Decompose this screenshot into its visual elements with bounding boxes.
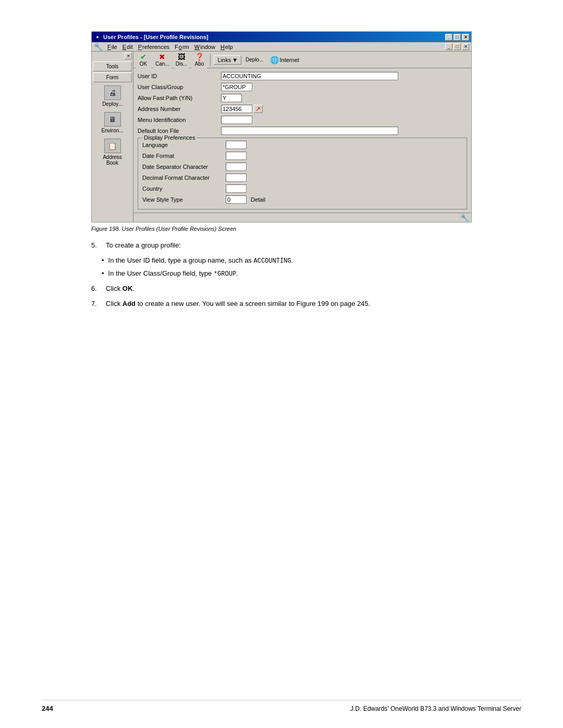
- deploy-icon: 🖨: [104, 85, 121, 100]
- user-class-input[interactable]: [221, 83, 252, 91]
- sub-minimize-button[interactable]: _: [445, 43, 452, 50]
- step-5: 5. To create a group profile:: [91, 240, 472, 251]
- group-code: *GROUP: [214, 270, 236, 278]
- step-5-text: To create a group profile:: [106, 240, 181, 251]
- view-style-input[interactable]: [226, 195, 247, 204]
- bullet-1: • In the User ID field, type a group nam…: [102, 255, 472, 266]
- form-area: User ID User Class/Group Allow Fast Path…: [133, 68, 471, 213]
- user-class-row: User Class/Group: [138, 82, 467, 92]
- language-input[interactable]: [226, 141, 247, 149]
- environ-label: Environ...: [101, 128, 123, 133]
- bullet-list: • In the User ID field, type a group nam…: [102, 255, 472, 279]
- menu-window[interactable]: Window: [192, 43, 217, 51]
- ok-bold: OK: [123, 285, 133, 292]
- country-row: Country: [142, 184, 462, 193]
- deploy-label: Deploy...: [102, 101, 123, 107]
- sub-restore-button[interactable]: □: [454, 43, 461, 50]
- menu-id-input[interactable]: [221, 116, 252, 124]
- close-button[interactable]: ✕: [462, 34, 469, 41]
- right-content: ✔ OK ✖ Can... 🖼 Dis... ❓ Abo: [133, 52, 471, 222]
- window-title: User Profiles - [User Profile Revisions]: [103, 34, 209, 40]
- decimal-format-input[interactable]: [226, 174, 247, 182]
- menu-form[interactable]: Form: [173, 43, 191, 51]
- display-preferences-section: Display Preferences Language Date Format: [138, 138, 467, 209]
- address-number-input[interactable]: [221, 105, 252, 113]
- internet-button[interactable]: 🌐 Internet: [268, 55, 301, 65]
- sidebar-form-button[interactable]: Form: [93, 72, 132, 82]
- view-style-label: View Style Type: [142, 196, 226, 203]
- menu-id-label: Menu Identification: [138, 117, 221, 123]
- fast-path-row: Allow Fast Path (Y/N): [138, 93, 467, 103]
- bullet-dot-1: •: [102, 255, 104, 266]
- address-row: ↗: [221, 105, 263, 113]
- address-book-icon: 📋: [104, 139, 121, 153]
- sidebar-close-bar: ✕: [93, 53, 132, 59]
- title-bar: ● User Profiles - [User Profile Revision…: [92, 32, 471, 42]
- user-id-input[interactable]: [221, 72, 398, 80]
- sub-close-button[interactable]: ✕: [462, 43, 469, 50]
- fast-path-label: Allow Fast Path (Y/N): [138, 95, 221, 101]
- menu-preferences[interactable]: Preferences: [136, 43, 172, 51]
- deploy-toolbar-button[interactable]: Deplo...: [243, 55, 265, 64]
- step-5-number: 5.: [91, 240, 102, 251]
- screenshot-container: ● User Profiles - [User Profile Revision…: [91, 31, 472, 223]
- toolbar-separator: [210, 54, 211, 66]
- date-sep-input[interactable]: [226, 163, 247, 171]
- decimal-format-label: Decimal Format Character: [142, 175, 226, 181]
- zoom-button[interactable]: ↗: [253, 105, 263, 113]
- menu-file[interactable]: File: [105, 43, 119, 51]
- user-id-row: User ID: [138, 71, 467, 81]
- address-number-label: Address Number: [138, 106, 221, 112]
- display-icon: 🖼: [178, 53, 185, 60]
- menu-bar: 🔧 File Edit Preferences Form Window Help…: [92, 42, 471, 52]
- links-label: Links: [217, 57, 231, 63]
- date-format-input[interactable]: [226, 152, 247, 160]
- sidebar-close-btn[interactable]: ✕: [125, 53, 132, 59]
- maximize-button[interactable]: □: [454, 34, 461, 41]
- cancel-button[interactable]: ✖ Can...: [153, 52, 172, 68]
- step-7: 7. Click Add to create a new user. You w…: [91, 299, 472, 310]
- menu-edit[interactable]: Edit: [120, 43, 135, 51]
- ok-icon: ✔: [140, 53, 146, 60]
- country-input[interactable]: [226, 184, 247, 193]
- menu-id-row: Menu Identification: [138, 115, 467, 125]
- bullet-2-text: In the User Class/Group field, type *GRO…: [108, 268, 238, 279]
- icon-file-input[interactable]: [221, 127, 398, 135]
- address-number-row: Address Number ↗: [138, 104, 467, 114]
- fast-path-input[interactable]: [221, 94, 242, 102]
- internet-label: Internet: [280, 57, 299, 63]
- footer-description: J.D. Edwards' OneWorld B73.3 and Windows…: [350, 705, 521, 712]
- sidebar-environ-button[interactable]: 🖥 Environ...: [93, 110, 132, 135]
- status-bar: 🔧: [133, 213, 471, 222]
- step-6-text: Click OK.: [106, 283, 134, 294]
- address-book-label: AddressBook: [103, 154, 122, 166]
- deploy-toolbar-label: Deplo...: [246, 57, 263, 63]
- about-label: Abo: [195, 61, 204, 67]
- status-icon: 🔧: [460, 214, 469, 222]
- window-controls[interactable]: _ □ ✕: [445, 43, 469, 50]
- toolbar: ✔ OK ✖ Can... 🖼 Dis... ❓ Abo: [133, 52, 471, 68]
- minimize-button[interactable]: _: [445, 34, 452, 41]
- icon-file-label: Default Icon File: [138, 128, 221, 134]
- date-sep-row: Date Separator Character: [142, 162, 462, 171]
- date-format-row: Date Format: [142, 151, 462, 161]
- sidebar-deploy-button[interactable]: 🖨 Deploy...: [93, 83, 132, 109]
- user-class-label: User Class/Group: [138, 84, 221, 90]
- display-button[interactable]: 🖼 Dis...: [174, 52, 190, 68]
- about-button[interactable]: ❓ Abo: [191, 52, 207, 68]
- bullet-1-text: In the User ID field, type a group name,…: [108, 255, 293, 266]
- sidebar-address-book-button[interactable]: 📋 AddressBook: [93, 137, 132, 168]
- cancel-icon: ✖: [159, 53, 165, 60]
- title-bar-buttons[interactable]: _ □ ✕: [445, 34, 469, 41]
- bullet-2: • In the User Class/Group field, type *G…: [102, 268, 472, 279]
- internet-icon: 🌐: [270, 56, 279, 64]
- page-number: 244: [42, 705, 53, 712]
- app-icon: ●: [94, 33, 101, 41]
- step-7-number: 7.: [91, 299, 102, 310]
- display-label: Dis...: [176, 61, 188, 67]
- accounting-code: ACCOUNTING: [254, 257, 291, 265]
- ok-button[interactable]: ✔ OK: [136, 52, 151, 68]
- menu-help[interactable]: Help: [218, 43, 235, 51]
- sidebar-tools-button[interactable]: Tools: [93, 61, 132, 71]
- links-button[interactable]: Links ▼: [214, 55, 241, 65]
